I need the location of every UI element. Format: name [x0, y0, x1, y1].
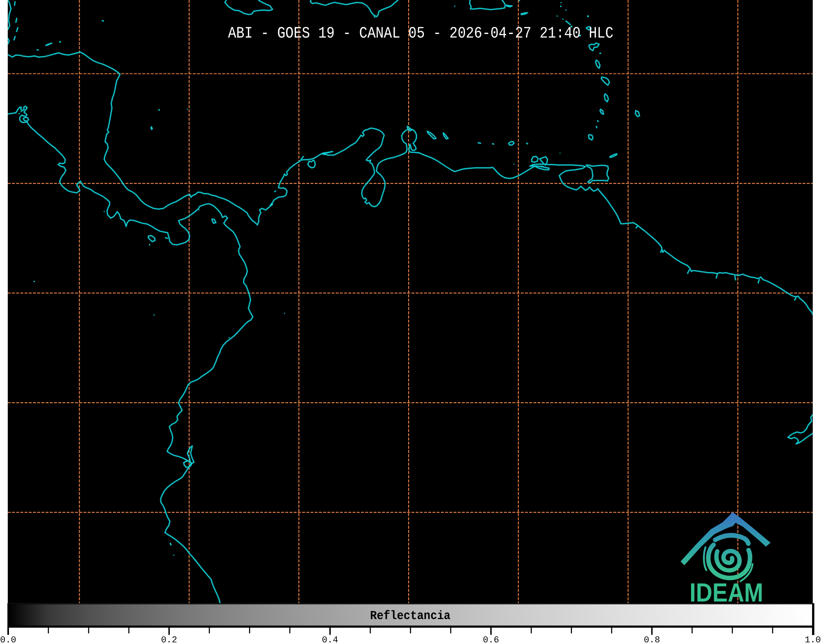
svg-text:0.4: 0.4	[322, 635, 338, 644]
svg-text:0.6: 0.6	[483, 635, 499, 644]
svg-text:0.8: 0.8	[644, 635, 660, 644]
svg-text:1.0: 1.0	[805, 635, 821, 644]
svg-text:0.2: 0.2	[161, 635, 177, 644]
svg-text:IDEAM: IDEAM	[690, 578, 763, 607]
svg-text:0.0: 0.0	[0, 635, 16, 644]
svg-text:Reflectancia: Reflectancia	[370, 609, 451, 623]
svg-text:ABI - GOES 19 - CANAL 05 - 202: ABI - GOES 19 - CANAL 05 - 2026-04-27 21…	[228, 25, 614, 42]
